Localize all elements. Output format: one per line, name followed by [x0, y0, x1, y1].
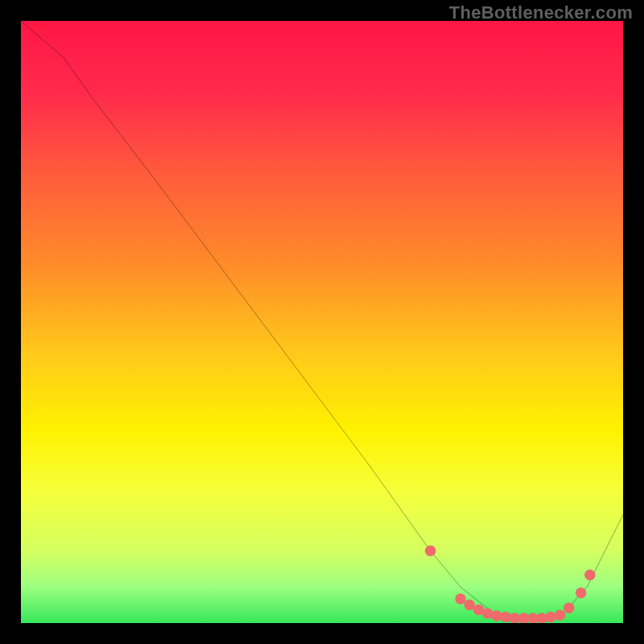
watermark-label: TheBottlenecker.com [449, 2, 633, 23]
plot-background [21, 21, 623, 623]
data-marker [564, 603, 574, 613]
data-marker [425, 546, 436, 556]
data-marker [555, 610, 565, 621]
bottleneck-chart [21, 21, 623, 623]
data-marker [576, 588, 586, 598]
data-marker [584, 569, 595, 580]
chart-frame: TheBottlenecker.com [0, 0, 644, 644]
data-marker [455, 593, 465, 604]
data-marker [546, 612, 556, 622]
